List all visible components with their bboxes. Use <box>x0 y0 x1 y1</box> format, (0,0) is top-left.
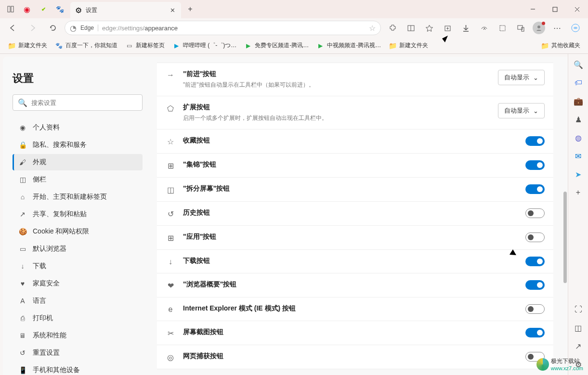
address-bar[interactable]: ◔ Edge edge://settings/appearance ☆ <box>65 21 381 35</box>
forward-button[interactable] <box>24 20 41 36</box>
row-icon: ⊞ <box>166 161 175 170</box>
address-bar-row: ◔ Edge edge://settings/appearance ☆ ⋯ <box>0 18 588 38</box>
maximize-button[interactable] <box>544 0 566 18</box>
bookmark-item[interactable]: ▶中视频频道-腾讯视… <box>314 39 384 52</box>
collections-icon[interactable] <box>439 20 456 36</box>
panel-icon[interactable]: ◫ <box>573 322 584 334</box>
add-sidebar-icon[interactable]: + <box>573 187 584 198</box>
dropdown-value: 自动显示 <box>504 73 529 82</box>
nav-item-printer[interactable]: ⎙打印机 <box>13 310 143 326</box>
nav-item-cookie[interactable]: 🍪Cookie 和网站权限 <box>13 223 143 240</box>
new-tab-button[interactable]: + <box>183 2 197 16</box>
toggle[interactable] <box>525 328 545 337</box>
nav-label: Cookie 和网站权限 <box>33 227 89 236</box>
favorite-star-icon[interactable]: ☆ <box>369 24 376 33</box>
settings-search[interactable]: 🔍 <box>13 94 143 111</box>
dropdown[interactable]: 自动显示⌄ <box>498 103 545 118</box>
weibo-tab-icon[interactable]: ◉ <box>19 2 35 16</box>
close-tab-icon[interactable]: ✕ <box>169 6 176 14</box>
more-menu-icon[interactable]: ⋯ <box>549 20 566 36</box>
toggle[interactable] <box>525 304 545 314</box>
nav-item-home[interactable]: ⌂开始、主页和新建标签页 <box>13 189 143 205</box>
nav-item-family[interactable]: ♥家庭安全 <box>13 275 143 292</box>
minimize-button[interactable] <box>522 0 544 18</box>
downloads-icon[interactable] <box>457 20 474 36</box>
toggle[interactable] <box>525 136 545 146</box>
row-icon: ✂ <box>166 329 175 338</box>
bookmark-item[interactable]: 📁新建文件夹 <box>386 39 431 52</box>
search-sidebar-icon[interactable]: 🔍 <box>573 59 584 70</box>
setting-row: ◫"拆分屏幕"按钮 <box>157 178 553 202</box>
row-desc: "前进"按钮自动显示在工具栏中（如果可以前进）。 <box>183 81 490 89</box>
row-desc: 启用一个或多个扩展时，扩展按钮自动出现在工具栏中。 <box>183 114 490 122</box>
bili-icon: ▶ <box>172 42 180 50</box>
workspace-tab-icon[interactable] <box>3 2 18 16</box>
nav-label: 重置设置 <box>33 349 60 357</box>
hoo-tab-icon[interactable]: ✔ <box>36 2 51 16</box>
toggle[interactable] <box>525 257 545 266</box>
setting-row: →"前进"按钮"前进"按钮自动显示在工具栏中（如果可以前进）。自动显示⌄ <box>157 63 553 96</box>
share-icon[interactable]: ↗ <box>573 340 584 352</box>
split-screen-icon[interactable] <box>402 20 419 36</box>
capture-icon[interactable]: ⛶ <box>573 304 584 315</box>
nav-item-appearance[interactable]: 🖌外观 <box>13 154 143 170</box>
setting-row: ⊞"集锦"按钮 <box>157 154 553 178</box>
nav-label: 个人资料 <box>33 123 60 132</box>
bookmark-item[interactable]: ▶哔哩哔哩 (゜-゜)つ… <box>170 39 239 52</box>
active-tab[interactable]: ⚙ 设置 ✕ <box>70 2 181 18</box>
office-icon[interactable]: ◍ <box>573 132 584 143</box>
toggle[interactable] <box>525 280 545 290</box>
titlebar: ◉ ✔ 🐾 ⚙ 设置 ✕ + <box>0 0 588 18</box>
refresh-button[interactable] <box>44 20 62 36</box>
bookmark-item[interactable]: 🐾百度一下，你就知道 <box>52 39 120 52</box>
page-icon: ▭ <box>125 42 133 50</box>
bookmark-item[interactable]: 📁新建文件夹 <box>5 39 50 52</box>
svg-rect-13 <box>500 26 505 31</box>
nav-item-system[interactable]: 🖥系统和性能 <box>13 327 143 344</box>
toggle[interactable] <box>525 233 545 242</box>
outlook-icon[interactable]: ✉ <box>573 150 584 162</box>
games-icon[interactable]: ♟ <box>573 114 584 125</box>
search-input[interactable] <box>31 99 137 106</box>
back-button[interactable] <box>4 20 21 36</box>
toggle[interactable] <box>525 208 545 218</box>
device-icon[interactable] <box>512 20 529 36</box>
profile-avatar[interactable] <box>530 20 548 36</box>
row-icon: ⊞ <box>166 233 175 243</box>
performance-icon[interactable] <box>475 20 493 36</box>
nav-item-share[interactable]: ↗共享、复制和粘贴 <box>13 206 143 222</box>
bookmark-item[interactable]: ▶免费专区频道-腾讯… <box>241 39 312 52</box>
nav-label: 下载 <box>33 262 46 271</box>
briefcase-icon[interactable]: 💼 <box>573 95 584 107</box>
nav-item-lang[interactable]: A语言 <box>13 293 143 309</box>
scrollbar[interactable] <box>563 192 567 283</box>
phone-icon: 📱 <box>18 366 27 375</box>
url-text: edge://settings/appearance <box>102 25 365 32</box>
dropdown[interactable]: 自动显示⌄ <box>498 70 545 85</box>
nav-item-sidebar[interactable]: ◫侧栏 <box>13 171 143 188</box>
baidu-tab-icon[interactable]: 🐾 <box>52 2 67 16</box>
nav-item-profile[interactable]: ◉个人资料 <box>13 119 143 136</box>
bookmark-item[interactable]: ▭新建标签页 <box>122 39 168 52</box>
nav-item-download[interactable]: ↓下载 <box>13 258 143 274</box>
send-icon[interactable]: ➤ <box>573 168 584 180</box>
screenshot-icon[interactable] <box>494 20 511 36</box>
extensions-icon[interactable] <box>384 20 401 36</box>
home-icon: ⌂ <box>18 193 27 201</box>
other-bookmarks[interactable]: 📁其他收藏夹 <box>538 39 583 52</box>
bookmarks-bar: 📁新建文件夹 🐾百度一下，你就知道 ▭新建标签页 ▶哔哩哔哩 (゜-゜)つ… ▶… <box>0 38 588 54</box>
copilot-icon[interactable] <box>567 20 584 36</box>
nav-item-lock[interactable]: 🔒隐私、搜索和服务 <box>13 137 143 153</box>
favorites-icon[interactable] <box>420 20 438 36</box>
close-window-button[interactable] <box>566 0 588 18</box>
toggle[interactable] <box>525 160 545 170</box>
family-icon: ♥ <box>18 279 27 288</box>
edge-icon: ◔ <box>70 24 77 33</box>
toggle[interactable] <box>525 184 545 194</box>
download-icon: ↓ <box>18 262 27 271</box>
shopping-icon[interactable]: 🏷 <box>573 77 584 89</box>
printer-icon: ⎙ <box>18 314 27 323</box>
nav-item-phone[interactable]: 📱手机和其他设备 <box>13 362 143 375</box>
nav-item-browser[interactable]: ▭默认浏览器 <box>13 241 143 257</box>
nav-item-reset[interactable]: ↺重置设置 <box>13 345 143 361</box>
